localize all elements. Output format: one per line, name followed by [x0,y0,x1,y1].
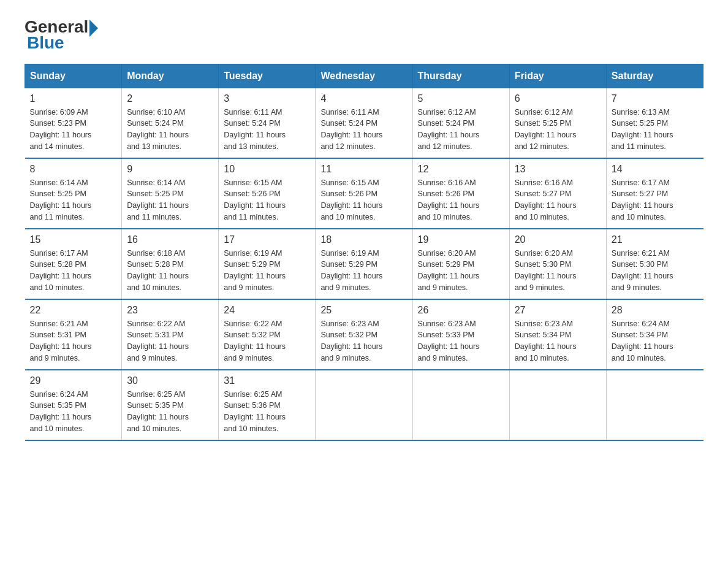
day-info: Sunrise: 6:12 AM Sunset: 5:25 PM Dayligh… [515,107,601,153]
calendar-cell: 14Sunrise: 6:17 AM Sunset: 5:27 PM Dayli… [606,158,703,229]
calendar-cell: 5Sunrise: 6:12 AM Sunset: 5:24 PM Daylig… [412,88,509,158]
day-number: 11 [320,164,407,175]
calendar-cell: 9Sunrise: 6:14 AM Sunset: 5:25 PM Daylig… [122,158,219,229]
day-info: Sunrise: 6:13 AM Sunset: 5:25 PM Dayligh… [612,107,699,153]
calendar-cell: 2Sunrise: 6:10 AM Sunset: 5:24 PM Daylig… [122,88,219,158]
calendar-cell: 27Sunrise: 6:23 AM Sunset: 5:34 PM Dayli… [509,299,606,370]
calendar-table: SundayMondayTuesdayWednesdayThursdayFrid… [25,64,703,441]
day-number: 18 [320,234,407,245]
day-number: 4 [320,93,407,104]
week-row-4: 22Sunrise: 6:21 AM Sunset: 5:31 PM Dayli… [25,299,703,370]
day-info: Sunrise: 6:11 AM Sunset: 5:24 PM Dayligh… [320,107,407,153]
calendar-cell: 28Sunrise: 6:24 AM Sunset: 5:34 PM Dayli… [606,299,703,370]
calendar-cell: 17Sunrise: 6:19 AM Sunset: 5:29 PM Dayli… [219,229,316,299]
day-number: 21 [612,234,699,245]
header-row: SundayMondayTuesdayWednesdayThursdayFrid… [25,64,703,88]
day-info: Sunrise: 6:14 AM Sunset: 5:25 PM Dayligh… [30,177,117,223]
logo: General Blue [25,18,98,52]
header-cell-sunday: Sunday [25,64,122,88]
day-info: Sunrise: 6:22 AM Sunset: 5:31 PM Dayligh… [127,318,213,364]
calendar-cell: 11Sunrise: 6:15 AM Sunset: 5:26 PM Dayli… [316,158,412,229]
calendar-cell: 4Sunrise: 6:11 AM Sunset: 5:24 PM Daylig… [316,88,412,158]
day-info: Sunrise: 6:09 AM Sunset: 5:23 PM Dayligh… [30,107,117,153]
day-number: 14 [612,164,699,175]
week-row-3: 15Sunrise: 6:17 AM Sunset: 5:28 PM Dayli… [25,229,703,299]
day-number: 7 [612,93,699,104]
calendar-cell: 31Sunrise: 6:25 AM Sunset: 5:36 PM Dayli… [219,370,316,440]
day-number: 2 [127,93,213,104]
calendar-cell: 26Sunrise: 6:23 AM Sunset: 5:33 PM Dayli… [412,299,509,370]
day-info: Sunrise: 6:23 AM Sunset: 5:34 PM Dayligh… [515,318,601,364]
day-info: Sunrise: 6:17 AM Sunset: 5:27 PM Dayligh… [612,177,699,223]
calendar-cell: 24Sunrise: 6:22 AM Sunset: 5:32 PM Dayli… [219,299,316,370]
calendar-cell: 6Sunrise: 6:12 AM Sunset: 5:25 PM Daylig… [509,88,606,158]
day-info: Sunrise: 6:14 AM Sunset: 5:25 PM Dayligh… [127,177,213,223]
page-header: General Blue [25,18,703,52]
calendar-cell: 8Sunrise: 6:14 AM Sunset: 5:25 PM Daylig… [25,158,122,229]
logo-blue-text: Blue [25,34,64,52]
header-cell-wednesday: Wednesday [316,64,412,88]
day-number: 23 [127,305,213,316]
logo-arrow-icon [89,20,98,37]
day-number: 5 [418,93,504,104]
day-number: 17 [224,234,310,245]
day-number: 6 [515,93,601,104]
day-number: 9 [127,164,213,175]
day-info: Sunrise: 6:17 AM Sunset: 5:28 PM Dayligh… [30,248,117,294]
calendar-cell: 23Sunrise: 6:22 AM Sunset: 5:31 PM Dayli… [122,299,219,370]
day-info: Sunrise: 6:22 AM Sunset: 5:32 PM Dayligh… [224,318,310,364]
calendar-cell: 1Sunrise: 6:09 AM Sunset: 5:23 PM Daylig… [25,88,122,158]
day-number: 31 [224,375,310,386]
day-number: 30 [127,375,213,386]
day-number: 28 [612,305,699,316]
calendar-cell: 10Sunrise: 6:15 AM Sunset: 5:26 PM Dayli… [219,158,316,229]
day-info: Sunrise: 6:11 AM Sunset: 5:24 PM Dayligh… [224,107,310,153]
day-info: Sunrise: 6:16 AM Sunset: 5:26 PM Dayligh… [418,177,504,223]
calendar-cell: 25Sunrise: 6:23 AM Sunset: 5:32 PM Dayli… [316,299,412,370]
week-row-1: 1Sunrise: 6:09 AM Sunset: 5:23 PM Daylig… [25,88,703,158]
calendar-cell: 7Sunrise: 6:13 AM Sunset: 5:25 PM Daylig… [606,88,703,158]
day-number: 29 [30,375,117,386]
day-info: Sunrise: 6:23 AM Sunset: 5:33 PM Dayligh… [418,318,504,364]
calendar-cell: 30Sunrise: 6:25 AM Sunset: 5:35 PM Dayli… [122,370,219,440]
header-cell-monday: Monday [122,64,219,88]
week-row-2: 8Sunrise: 6:14 AM Sunset: 5:25 PM Daylig… [25,158,703,229]
day-number: 22 [30,305,117,316]
calendar-cell: 21Sunrise: 6:21 AM Sunset: 5:30 PM Dayli… [606,229,703,299]
day-number: 3 [224,93,310,104]
calendar-cell: 19Sunrise: 6:20 AM Sunset: 5:29 PM Dayli… [412,229,509,299]
day-number: 1 [30,93,117,104]
calendar-cell [606,370,703,440]
day-info: Sunrise: 6:21 AM Sunset: 5:30 PM Dayligh… [612,248,699,294]
day-number: 24 [224,305,310,316]
calendar-cell [412,370,509,440]
calendar-cell: 29Sunrise: 6:24 AM Sunset: 5:35 PM Dayli… [25,370,122,440]
calendar-cell [316,370,412,440]
calendar-cell: 3Sunrise: 6:11 AM Sunset: 5:24 PM Daylig… [219,88,316,158]
day-number: 15 [30,234,117,245]
day-info: Sunrise: 6:25 AM Sunset: 5:35 PM Dayligh… [127,389,213,435]
day-number: 26 [418,305,504,316]
header-cell-friday: Friday [509,64,606,88]
day-info: Sunrise: 6:18 AM Sunset: 5:28 PM Dayligh… [127,248,213,294]
header-cell-saturday: Saturday [606,64,703,88]
calendar-cell: 16Sunrise: 6:18 AM Sunset: 5:28 PM Dayli… [122,229,219,299]
day-number: 25 [320,305,407,316]
day-info: Sunrise: 6:19 AM Sunset: 5:29 PM Dayligh… [320,248,407,294]
day-number: 12 [418,164,504,175]
day-info: Sunrise: 6:20 AM Sunset: 5:30 PM Dayligh… [515,248,601,294]
day-number: 13 [515,164,601,175]
calendar-cell: 15Sunrise: 6:17 AM Sunset: 5:28 PM Dayli… [25,229,122,299]
week-row-5: 29Sunrise: 6:24 AM Sunset: 5:35 PM Dayli… [25,370,703,440]
day-info: Sunrise: 6:23 AM Sunset: 5:32 PM Dayligh… [320,318,407,364]
day-info: Sunrise: 6:20 AM Sunset: 5:29 PM Dayligh… [418,248,504,294]
day-info: Sunrise: 6:10 AM Sunset: 5:24 PM Dayligh… [127,107,213,153]
calendar-cell: 18Sunrise: 6:19 AM Sunset: 5:29 PM Dayli… [316,229,412,299]
day-info: Sunrise: 6:21 AM Sunset: 5:31 PM Dayligh… [30,318,117,364]
day-number: 8 [30,164,117,175]
day-number: 27 [515,305,601,316]
day-number: 10 [224,164,310,175]
header-cell-thursday: Thursday [412,64,509,88]
day-info: Sunrise: 6:16 AM Sunset: 5:27 PM Dayligh… [515,177,601,223]
header-cell-tuesday: Tuesday [219,64,316,88]
